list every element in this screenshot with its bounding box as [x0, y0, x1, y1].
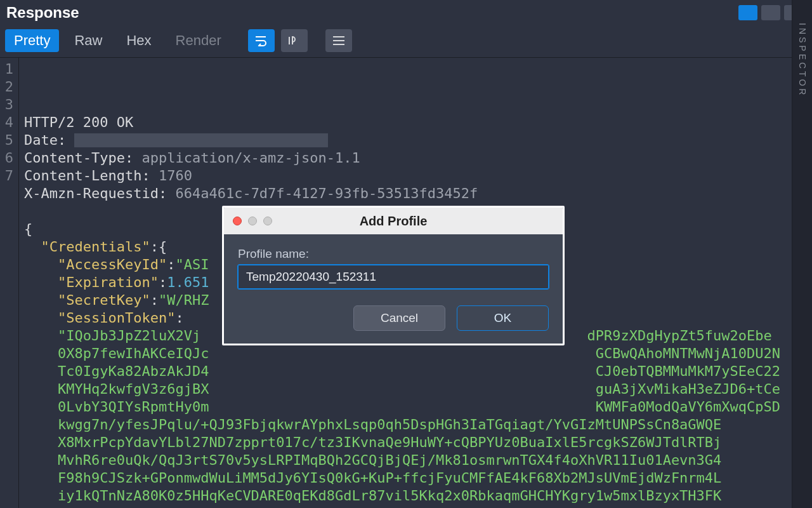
wrap-lines-button[interactable]: [248, 29, 275, 52]
tab-hex[interactable]: Hex: [117, 29, 160, 52]
tab-pretty[interactable]: Pretty: [5, 29, 59, 52]
response-panel-header: Response: [0, 0, 812, 25]
line-gutter: 1 2 3 4 5 6 7: [0, 58, 19, 508]
hamburger-menu-button[interactable]: [325, 29, 352, 52]
response-body-viewer[interactable]: 1 2 3 4 5 6 7 HTTP/2 200 OK Date: Conten…: [0, 58, 812, 508]
hamburger-icon: [333, 36, 344, 45]
tab-raw[interactable]: Raw: [65, 29, 111, 52]
response-toolbar: Pretty Raw Hex Render: [0, 25, 812, 58]
inspector-rail[interactable]: INSPECTOR: [792, 0, 812, 508]
header-view-btn-2[interactable]: [761, 5, 780, 20]
header-view-btn-1[interactable]: [738, 5, 757, 20]
show-nonprinting-button[interactable]: [281, 29, 308, 52]
panel-title: Response: [6, 4, 79, 22]
response-text: HTTP/2 200 OK Date: Content-Type: applic…: [24, 114, 780, 508]
tab-render[interactable]: Render: [167, 29, 230, 52]
inspector-label: INSPECTOR: [797, 23, 808, 97]
